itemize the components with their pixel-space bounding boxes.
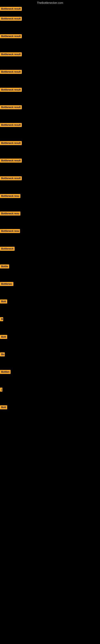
bottleneck-badge-4[interactable]: Bottleneck result (0, 52, 22, 57)
bottleneck-badge-label-18: Bott (0, 300, 7, 304)
bottleneck-badge-label-2: Bottleneck result (0, 17, 22, 21)
bottleneck-badge-label-11: Bottleneck result (0, 176, 22, 180)
bottleneck-badge-label-6: Bottleneck result (0, 88, 22, 92)
bottleneck-badge-label-12: Bottleneck resu (0, 194, 20, 198)
bottleneck-badge-9[interactable]: Bottleneck result (0, 141, 22, 146)
bottleneck-badge-2[interactable]: Bottleneck result (0, 17, 22, 22)
bottleneck-badge-12[interactable]: Bottleneck resu (0, 194, 20, 199)
bottleneck-badge-label-3: Bottleneck result (0, 34, 22, 38)
bottleneck-badge-label-13: Bottleneck resu (0, 212, 20, 216)
bottleneck-badge-label-5: Bottleneck result (0, 70, 22, 74)
bottleneck-badge-label-21: Bo (0, 352, 5, 356)
bottleneck-badge-15[interactable]: Bottleneck (0, 247, 15, 252)
bottleneck-badge-14[interactable]: Bottleneck resu (0, 229, 20, 234)
bottleneck-badge-21[interactable]: Bo (0, 352, 5, 357)
bottleneck-badge-label-15: Bottleneck (0, 247, 15, 251)
bottleneck-badge-18[interactable]: Bott (0, 300, 7, 304)
bottleneck-badge-20[interactable]: Bott (0, 335, 7, 340)
bottleneck-badge-23[interactable]: | (0, 388, 2, 392)
bottleneck-badge-10[interactable]: Bottleneck result (0, 158, 22, 164)
bottleneck-badge-label-16: Bottle (0, 264, 9, 268)
bottleneck-badge-label-9: Bottleneck result (0, 141, 22, 145)
bottleneck-badge-17[interactable]: Bottlenec (0, 282, 13, 287)
bottleneck-badge-6[interactable]: Bottleneck result (0, 88, 22, 92)
bottleneck-badge-24[interactable]: Bott (0, 405, 7, 410)
bottleneck-badge-22[interactable]: Bottlen (0, 370, 11, 375)
bottleneck-badge-3[interactable]: Bottleneck result (0, 34, 22, 39)
bottleneck-badge-label-4: Bottleneck result (0, 52, 22, 56)
bottleneck-badge-16[interactable]: Bottle (0, 264, 9, 269)
bottleneck-badge-label-22: Bottlen (0, 370, 11, 374)
site-title: TheBottlenecker.com (0, 0, 100, 5)
bottleneck-badge-7[interactable]: Bottleneck result (0, 105, 22, 110)
bottleneck-badge-label-7: Bottleneck result (0, 105, 22, 109)
bottleneck-badge-label-19: B (0, 317, 3, 321)
bottleneck-badge-8[interactable]: Bottleneck result (0, 123, 22, 128)
bottleneck-badge-13[interactable]: Bottleneck resu (0, 212, 20, 216)
bottleneck-badge-label-24: Bott (0, 405, 7, 409)
bottleneck-badge-11[interactable]: Bottleneck result (0, 176, 22, 181)
bottleneck-badge-19[interactable]: B (0, 317, 3, 322)
bottleneck-badge-label-10: Bottleneck result (0, 158, 22, 162)
bottleneck-badge-1[interactable]: Bottleneck result (0, 7, 22, 12)
bottleneck-badge-label-17: Bottlenec (0, 282, 13, 286)
bottleneck-badge-label-23: | (0, 388, 2, 392)
bottleneck-badge-5[interactable]: Bottleneck result (0, 70, 22, 75)
bottleneck-badge-label-14: Bottleneck resu (0, 229, 20, 233)
bottleneck-badge-label-20: Bott (0, 335, 7, 339)
bottleneck-badge-label-8: Bottleneck result (0, 123, 22, 127)
bottleneck-badge-label-1: Bottleneck result (0, 7, 22, 11)
